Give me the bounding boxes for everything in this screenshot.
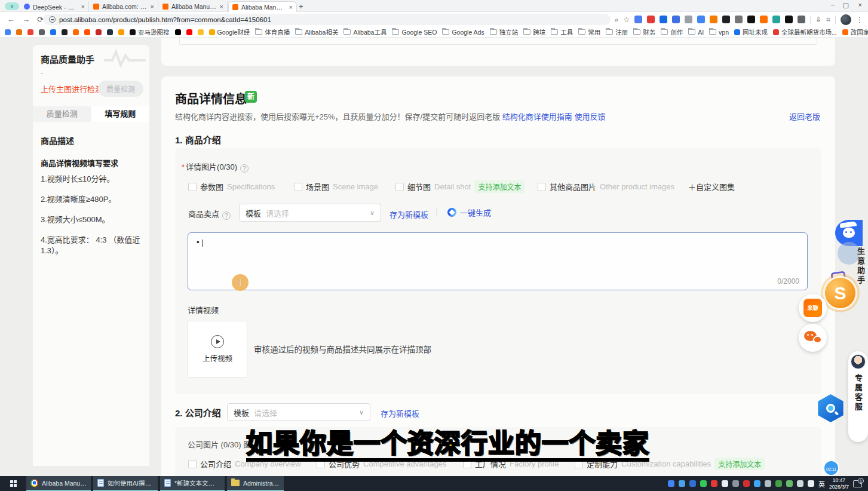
wechat-tray-icon[interactable] [775,480,782,487]
folder-independent-site[interactable]: 独立站 [490,27,519,36]
red-dot-tray-icon[interactable] [743,480,750,487]
tab-quality-check[interactable]: 质量检测 [33,106,91,122]
business-assistant-label[interactable]: 生意助手 [855,247,866,286]
template-select[interactable]: 模板 请选择 ∨ [239,204,381,222]
url-field[interactable]: post.alibaba.com/product/publish.htm?fro… [43,14,611,25]
template-select-2[interactable]: 模板 请选择 ∨ [227,403,370,421]
forward-icon[interactable]: → [22,15,30,24]
dark-bookmark[interactable] [62,29,68,35]
alibaba-1688-bookmark[interactable] [73,29,79,35]
save-as-template-link-2[interactable]: 存为新模板 [381,407,419,419]
folder-register[interactable]: 注册 [606,27,628,36]
amazon-orange-bookmark[interactable] [118,29,124,35]
tab-fill-rules[interactable]: 填写规则 [91,106,150,122]
folder-ai[interactable]: AI [688,29,704,36]
c-ext-icon[interactable] [785,16,793,23]
image-type-option[interactable]: 其他商品图片 Other product images [538,181,688,192]
contacts-bookmark[interactable] [39,29,45,35]
guide-link[interactable]: 结构化商详使用指南 [502,112,572,121]
google-finance-bookmark[interactable]: Google财经 [209,27,250,36]
m-red-bookmark[interactable] [96,29,102,35]
mic-tray-icon[interactable] [722,480,728,487]
url-text[interactable]: post.alibaba.com/product/publish.htm?fro… [59,16,271,23]
taskbar-app-notepad-1[interactable]: 如何使用AI撰写产... [93,476,158,491]
folder-common[interactable]: 常用 [578,27,600,36]
save-as-template-link[interactable]: 存为新模板 [389,208,428,220]
folder-alibaba[interactable]: Alibaba相关 [295,27,338,36]
taskbar-clock[interactable]: 10:47 2026/3/7 [829,477,849,489]
chat-bubble-ext-icon[interactable] [685,16,692,23]
checkbox[interactable] [538,183,546,191]
selling-points-editor[interactable]: • | 0/2000 [188,232,808,290]
folder-finance[interactable]: 财务 [633,27,655,36]
emoji-bookmark[interactable] [198,29,204,35]
help-question-icon[interactable]: ? [240,164,249,173]
laichat-icon[interactable]: 来聊 [799,294,827,322]
one-click-generate-button[interactable]: 一键生成 [447,207,491,218]
flag-ext-icon[interactable] [634,16,642,23]
new-tab-button[interactable]: + [299,2,303,11]
quality-check-button[interactable]: 质量检测 [98,81,143,97]
windows-green-tray-icon[interactable] [786,480,793,487]
bookmark-star-icon[interactable]: ☆ [623,16,630,24]
phone-tray-icon[interactable] [765,480,771,487]
teal-circle-ext-icon[interactable] [772,16,780,23]
camera-ext-icon[interactable] [735,16,743,23]
orange-badge-ext-icon[interactable] [710,16,717,23]
black-circle-ext-icon[interactable] [747,16,755,23]
drive-ext-icon[interactable] [672,16,680,23]
checkbox[interactable] [395,183,404,191]
image-type-option[interactable]: 参数图 Specifications [188,181,294,192]
chrome-tray-icon[interactable] [668,480,674,487]
change-country-bookmark[interactable]: 改国家 [842,27,868,36]
folder-creation[interactable]: 创作 [661,27,683,36]
folder-tools[interactable]: 工具 [551,27,573,36]
skype-icon[interactable]: S [823,276,857,310]
custom-gallery-button[interactable]: ＋自定义图集 [688,181,735,192]
browser-tab-1[interactable]: DeepSeek - 探索未至之境 × [20,1,89,12]
window-maximize-button[interactable]: ▢ [843,1,849,9]
window-close-button[interactable]: × [858,1,862,8]
black-square-ext-icon[interactable] [722,16,730,23]
image-type-option[interactable]: 场景图 Scene image [294,181,395,192]
image-type-option[interactable]: 细节图 Detail shot 支持添加文本 [395,180,538,193]
apps-grid-icon[interactable]: ⌗ [826,16,830,24]
browser-tab-3[interactable]: Alibaba Manufacturer Direct… × [159,1,228,12]
blue-circle-ext-icon[interactable] [660,16,667,23]
photo-tray-icon[interactable] [732,480,739,487]
feedback-link[interactable]: 使用反馈 [575,112,606,121]
gmail-bookmark[interactable] [27,29,33,35]
checkbox[interactable] [188,460,197,468]
site-info-icon[interactable] [49,16,56,23]
amazon-bookmark[interactable] [107,29,113,35]
usb-tray-icon[interactable] [679,480,685,487]
wechat-icon[interactable] [799,324,827,352]
browser-tab-2[interactable]: Alibaba.com: Manufacturers… × [90,1,158,12]
monitor-tray-icon[interactable] [797,480,803,487]
help-question-icon[interactable]: ? [222,211,231,220]
docs-bookmark[interactable] [50,29,56,35]
google-bookmark[interactable] [5,29,11,35]
upload-video-button[interactable]: 上传视频 [188,321,247,378]
taskbar-app-explorer[interactable]: Administrator [227,476,284,491]
blue-bird-tray-icon[interactable] [754,480,760,487]
youtube-bookmark[interactable] [186,29,192,35]
tab-close-icon[interactable]: × [220,3,223,10]
upload-main-image-link[interactable]: 上传主图进行检测 [41,83,103,94]
pokeball-ext-icon[interactable] [647,16,655,23]
tab-close-icon[interactable]: × [81,3,85,10]
checkbox[interactable] [294,183,302,191]
folder-google-seo[interactable]: Google SEO [392,29,437,36]
translate-ext-icon[interactable] [697,16,705,23]
checkbox[interactable] [188,183,197,191]
profile-avatar[interactable] [841,14,851,25]
zoom-search-icon[interactable]: ⌕ [615,16,619,24]
shield-tray-icon[interactable] [689,480,696,487]
folder-sports[interactable]: 体育直播 [255,27,290,36]
browser-tab-4-active[interactable]: Alibaba Manufacturer Direct… × [228,1,297,12]
folder-google-ads[interactable]: Google Ads [442,29,484,36]
menu-dots-icon[interactable]: ⋮ [856,16,863,24]
taskbar-app-chrome[interactable]: Alibaba Manufact... [26,476,91,491]
tab-close-icon[interactable]: × [289,4,293,11]
red-flower-tray-icon[interactable] [711,480,717,487]
